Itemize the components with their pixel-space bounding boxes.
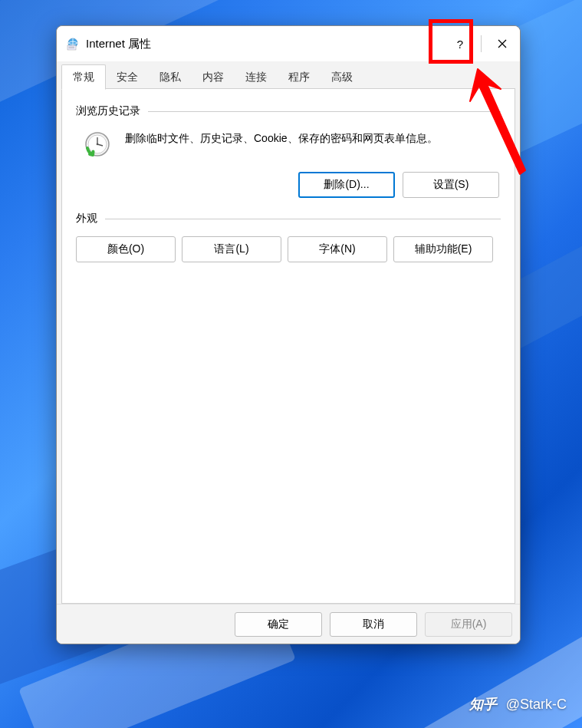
titlebar: Internet 属性 ?: [57, 26, 520, 61]
help-button[interactable]: ?: [442, 26, 478, 61]
cancel-button[interactable]: 取消: [330, 612, 417, 637]
colors-button[interactable]: 颜色(O): [76, 236, 176, 262]
accessibility-button[interactable]: 辅助功能(E): [393, 236, 493, 262]
tab-general[interactable]: 常规: [61, 64, 106, 90]
group-label-appearance: 外观: [76, 212, 97, 226]
apply-button: 应用(A): [425, 612, 512, 637]
group-browsing-history: 浏览历史记录 删除临时文件、历史记录、Cook: [76, 104, 501, 198]
close-icon: [498, 39, 507, 48]
delete-history-button[interactable]: 删除(D)...: [298, 172, 395, 198]
dialog-footer: 确定 取消 应用(A): [57, 604, 520, 644]
svg-rect-2: [67, 45, 76, 50]
ok-button[interactable]: 确定: [235, 612, 322, 637]
languages-button[interactable]: 语言(L): [182, 236, 281, 262]
internet-options-icon: [66, 37, 80, 51]
history-settings-button[interactable]: 设置(S): [403, 172, 499, 198]
internet-properties-dialog: Internet 属性 ? 常规 安全 隐私 内容 连接 程序 高级 浏览历史记…: [56, 25, 521, 644]
tab-connections[interactable]: 连接: [235, 65, 278, 89]
titlebar-separator: [481, 35, 482, 52]
fonts-button[interactable]: 字体(N): [288, 236, 387, 262]
group-divider: [148, 111, 501, 112]
history-clock-icon: [82, 129, 113, 160]
group-appearance: 外观 颜色(O) 语言(L) 字体(N) 辅助功能(E): [76, 212, 501, 262]
tab-privacy[interactable]: 隐私: [149, 65, 192, 89]
close-button[interactable]: [485, 26, 520, 61]
tab-bar: 常规 安全 隐私 内容 连接 程序 高级: [61, 64, 515, 89]
group-label-history: 浏览历史记录: [76, 104, 140, 118]
tab-content[interactable]: 内容: [192, 65, 235, 89]
window-title: Internet 属性: [86, 37, 442, 51]
tab-panel-general: 浏览历史记录 删除临时文件、历史记录、Cook: [61, 88, 515, 604]
tab-advanced[interactable]: 高级: [321, 65, 363, 89]
watermark-author: @Stark-C: [506, 697, 567, 713]
tab-security[interactable]: 安全: [106, 65, 149, 89]
group-divider: [105, 219, 501, 219]
zhihu-logo-icon: 知乎: [468, 694, 498, 714]
dialog-body: 常规 安全 隐私 内容 连接 程序 高级 浏览历史记录: [57, 61, 520, 604]
watermark: 知乎 @Stark-C: [468, 694, 567, 714]
history-description: 删除临时文件、历史记录、Cookie、保存的密码和网页表单信息。: [125, 129, 438, 147]
tab-programs[interactable]: 程序: [278, 65, 321, 89]
svg-point-11: [97, 143, 99, 146]
